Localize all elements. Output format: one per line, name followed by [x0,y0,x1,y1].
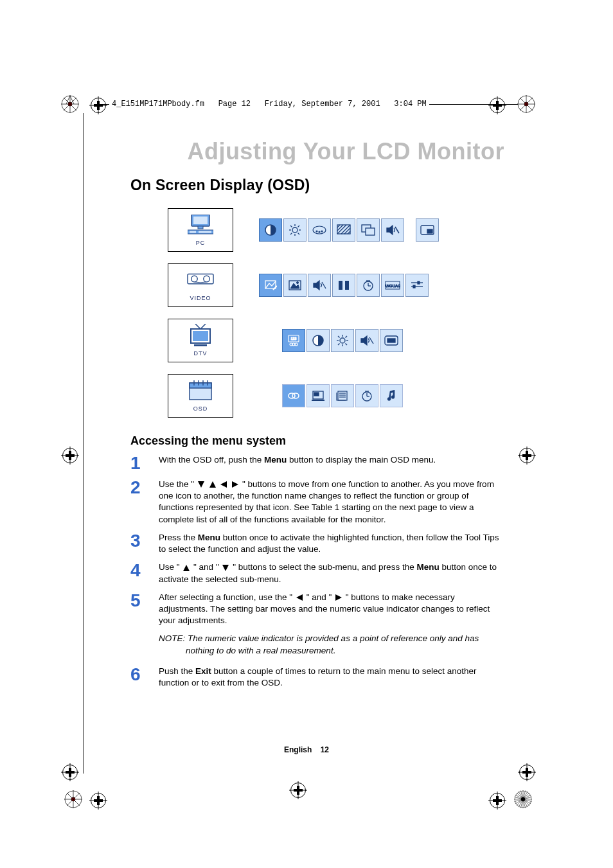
svg-marker-111 [198,481,204,488]
svg-rect-71 [193,331,208,341]
svg-rect-93 [190,383,211,388]
footer-page-number: 12 [321,745,329,754]
osd-tiles-video: LANGUAGE [259,274,429,297]
svg-rect-102 [312,400,324,401]
svg-line-27 [298,233,300,235]
svg-line-86 [346,336,348,338]
osd-source-osd: OSD [168,374,233,418]
svg-rect-42 [366,228,375,235]
brightness-icon [331,329,354,352]
osd-source-dtv: DTV [168,319,233,362]
svg-line-85 [346,344,348,346]
svg-marker-117 [296,594,303,601]
step-number: 5 [130,592,145,627]
svg-rect-16 [198,226,203,229]
subsection-title: Accessing the menu system [130,434,504,448]
osd-row-video: VIDEO LANGUAGE [168,263,504,307]
image-lock-icon [332,218,355,242]
svg-rect-103 [338,391,347,400]
position-icon [357,218,380,242]
svg-rect-15 [193,217,208,224]
svg-line-26 [290,226,292,227]
osd-position-icon [306,384,330,407]
page-footer: English 12 [0,745,613,754]
osd-source-video: VIDEO [168,263,233,307]
step-body: Push the Exit button a couple of times t… [159,666,504,689]
svg-point-75 [292,343,295,346]
svg-point-53 [297,282,299,284]
osd-source-label: DTV [194,350,208,357]
svg-point-21 [292,227,298,233]
svg-rect-46 [427,229,432,233]
sliders-icon [405,274,429,297]
svg-rect-72 [194,344,207,346]
osd-source-pc: PC [168,208,233,252]
language-icon: LANGUAGE [381,274,404,297]
print-crosshair-icon [62,448,78,463]
svg-line-55 [322,282,326,288]
step-4: 4Use " " and " " buttons to select the s… [130,562,504,585]
svg-marker-115 [183,565,190,571]
svg-rect-56 [339,281,342,290]
osd-tiles-pc [259,218,439,242]
svg-marker-113 [220,481,227,488]
print-crosshair-icon [519,765,535,780]
svg-point-99 [292,393,299,398]
print-registration-icon [61,95,79,113]
osd-source-label: VIDEO [190,295,211,301]
osd-row-dtv: DTV 123 [168,319,504,362]
svg-rect-67 [413,285,415,288]
print-crosshair-icon [91,793,106,808]
chapter-title: Adjusting Your LCD Monitor [130,138,504,165]
step-number: 2 [130,479,145,526]
size-icon [332,274,355,297]
channel-icon: 123 [282,329,305,352]
document-header-bar: 4_E151MP171MPbody.fm Page 12 Friday, Sep… [95,104,518,105]
svg-line-84 [338,336,340,338]
print-crosshair-icon [91,98,106,113]
audio-icon [381,218,404,242]
svg-rect-65 [418,281,420,284]
svg-marker-114 [232,481,238,488]
svg-rect-57 [345,281,349,290]
svg-line-39 [344,228,350,234]
contrast-icon [259,218,282,242]
step-body: With the OSD off, push the Menu button t… [159,454,436,472]
calendar-icon [187,380,214,402]
osd-source-label: OSD [193,405,208,412]
print-crosshair-icon [519,448,535,463]
svg-line-29 [290,233,292,235]
svg-line-28 [298,226,300,227]
audio-icon [355,329,378,352]
tv-icon [187,324,214,346]
step-body: After selecting a function, use the " " … [159,592,504,627]
osd-source-label: PC [196,240,206,246]
picture-icon [283,274,306,297]
print-crosshair-icon [62,765,78,780]
svg-point-32 [319,231,320,233]
print-registration-icon [514,790,532,808]
section-title: On Screen Display (OSD) [130,177,504,194]
link-icon [282,384,305,407]
step-number: 6 [130,666,145,689]
svg-marker-43 [387,226,393,235]
vcr-icon [187,269,214,291]
svg-point-48 [191,276,198,282]
osd-row-pc: PC [168,208,504,252]
svg-marker-54 [314,281,319,290]
osd-tiles-dtv: 123 [282,329,403,352]
step-2: 2Use the " " buttons to move from one fu… [130,479,504,526]
note-line1: NOTE: The numeric value indicator is pro… [159,633,479,643]
audio-icon [308,274,331,297]
footer-language: English [284,745,312,754]
svg-text:123: 123 [291,337,297,341]
color-icon [308,218,331,242]
svg-point-31 [316,231,317,232]
svg-rect-91 [387,339,395,342]
steps-list-cont: 6Push the Exit button a couple of times … [130,666,504,689]
svg-point-49 [204,276,210,282]
music-note-icon [380,384,403,407]
step-3: 3Press the Menu button once to activate … [130,532,504,555]
print-crosshair-icon [490,793,505,808]
osd-row-osd: OSD [168,374,504,418]
